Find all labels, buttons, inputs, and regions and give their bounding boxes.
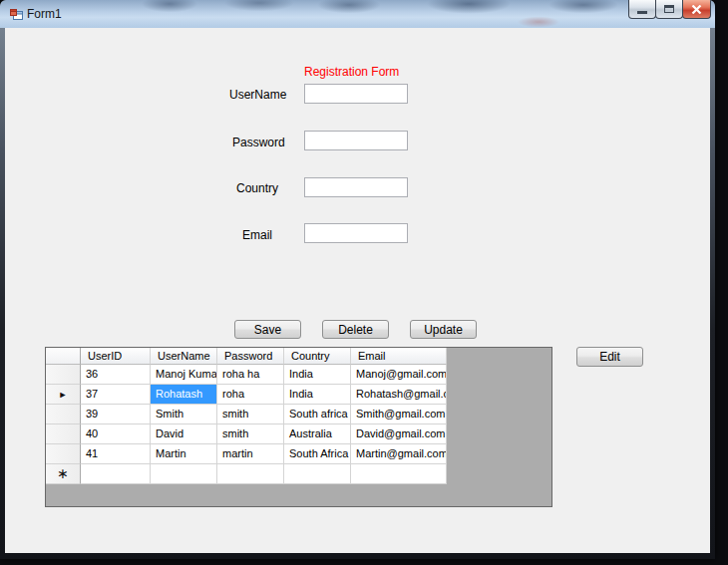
grid-cell[interactable]: martin	[217, 444, 284, 464]
grid-row: ►37RohatashrohaIndiaRohatash@gmail.com	[46, 385, 447, 405]
grid-cell[interactable]: South africa	[284, 405, 351, 424]
grid-cell[interactable]: Australia	[284, 424, 351, 444]
grid-column-header[interactable]: Email	[351, 348, 447, 365]
grid-cell[interactable]: Manoj Kumar	[151, 365, 217, 385]
grid-cell[interactable]: roha ha	[217, 365, 284, 385]
grid-row-header[interactable]: ►	[46, 385, 81, 405]
grid-corner-cell[interactable]	[46, 348, 81, 365]
grid-new-row: ∗	[46, 464, 447, 484]
grid-row: 41MartinmartinSouth AfricaMartin@gmail.c…	[46, 444, 447, 464]
grid-cell[interactable]: 40	[81, 424, 151, 444]
grid-cell[interactable]: Smith	[151, 405, 217, 424]
grid-cell[interactable]: Smith@gmail.com	[351, 405, 447, 424]
grid-column-header[interactable]: Country	[284, 348, 351, 365]
close-icon	[691, 5, 702, 14]
grid-row-header[interactable]	[46, 444, 81, 464]
grid-cell[interactable]: Martin@gmail.com	[351, 444, 447, 464]
close-button[interactable]	[682, 0, 711, 19]
maximize-button[interactable]	[655, 0, 683, 19]
form-heading: Registration Form	[304, 65, 399, 79]
maximize-icon	[664, 5, 674, 13]
grid-cell[interactable]	[81, 464, 151, 484]
grid-table: UserIDUserNamePasswordCountryEmail36Mano…	[46, 348, 447, 484]
minimize-button[interactable]	[628, 0, 656, 19]
grid-cell[interactable]: 41	[81, 444, 151, 464]
window-title: Form1	[27, 7, 62, 21]
grid-column-header[interactable]: Password	[217, 348, 284, 365]
grid-cell[interactable]: Rohatash	[151, 385, 217, 405]
country-label: Country	[236, 181, 278, 195]
minimize-icon	[637, 11, 647, 14]
app-window: Form1 Registration Form UserName Passwor…	[0, 0, 715, 559]
grid-cell[interactable]: Rohatash@gmail.com	[351, 385, 447, 405]
country-input[interactable]	[304, 177, 408, 197]
grid-row: 40DavidsmithAustraliaDavid@gmail.com	[46, 424, 447, 444]
grid-cell[interactable]: smith	[217, 405, 284, 424]
grid-header-row: UserIDUserNamePasswordCountryEmail	[46, 348, 447, 365]
username-label: UserName	[229, 88, 286, 102]
grid-cell[interactable]: David	[151, 424, 217, 444]
edit-button[interactable]: Edit	[576, 347, 643, 367]
email-input[interactable]	[304, 223, 408, 243]
username-input[interactable]	[304, 84, 408, 104]
grid-row: 36Manoj Kumarroha haIndiaManoj@gmail.com	[46, 365, 447, 385]
grid-cell[interactable]: 36	[81, 365, 151, 385]
delete-button[interactable]: Delete	[322, 320, 389, 339]
grid-cell[interactable]: 39	[81, 405, 151, 424]
grid-cell[interactable]: David@gmail.com	[351, 424, 447, 444]
grid-cell[interactable]	[284, 464, 351, 484]
password-input[interactable]	[304, 131, 408, 150]
grid-cell[interactable]: roha	[217, 385, 284, 405]
grid-row-header[interactable]	[46, 365, 81, 385]
update-button[interactable]: Update	[410, 320, 477, 339]
save-button[interactable]: Save	[234, 320, 301, 339]
grid-cell[interactable]	[351, 464, 447, 484]
grid-cell[interactable]: Manoj@gmail.com	[351, 365, 447, 385]
grid-cell[interactable]: South Africa	[284, 444, 351, 464]
grid-cell[interactable]	[151, 464, 217, 484]
grid-cell[interactable]: Martin	[151, 444, 217, 464]
data-grid[interactable]: UserIDUserNamePasswordCountryEmail36Mano…	[45, 347, 552, 507]
grid-cell[interactable]: India	[284, 385, 351, 405]
grid-column-header[interactable]: UserName	[151, 348, 217, 365]
form-client-area: Registration Form UserName Password Coun…	[5, 28, 710, 553]
form-icon	[8, 6, 24, 22]
grid-cell[interactable]: smith	[217, 424, 284, 444]
email-label: Email	[242, 228, 272, 242]
grid-cell[interactable]	[217, 464, 284, 484]
grid-row-header[interactable]	[46, 424, 81, 444]
grid-row: 39SmithsmithSouth africaSmith@gmail.com	[46, 405, 447, 424]
grid-new-row-header[interactable]: ∗	[46, 464, 81, 484]
grid-column-header[interactable]: UserID	[81, 348, 151, 365]
title-bar[interactable]: Form1	[0, 0, 715, 28]
desktop: Form1 Registration Form UserName Passwor…	[0, 0, 728, 565]
grid-row-header[interactable]	[46, 405, 81, 424]
grid-cell[interactable]: India	[284, 365, 351, 385]
grid-cell[interactable]: 37	[81, 385, 151, 405]
password-label: Password	[232, 136, 285, 149]
